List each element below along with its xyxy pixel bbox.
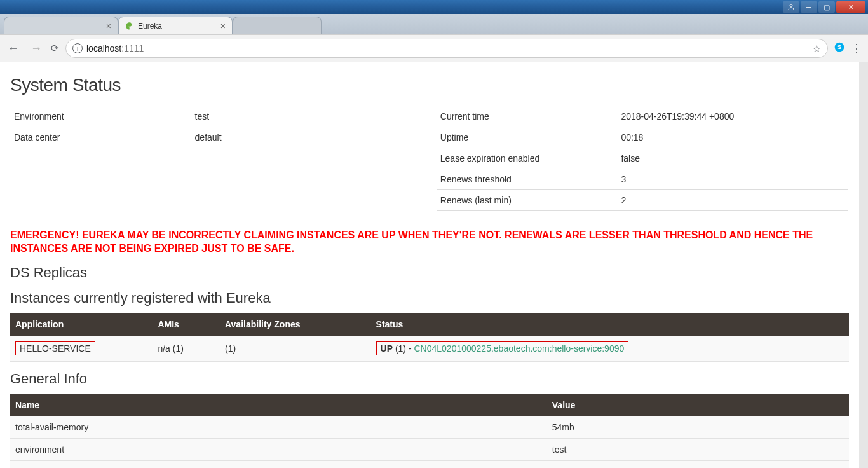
browser-menu-button[interactable]: ⋮: [851, 41, 863, 55]
status-value: 00:18: [617, 127, 847, 148]
status-key: Lease expiration enabled: [437, 148, 618, 169]
col-amis: AMIs: [153, 313, 220, 336]
table-row: num-of-cpus4: [10, 460, 849, 468]
table-row: Uptime00:18: [437, 127, 848, 148]
status-value: false: [617, 148, 847, 169]
status-value: 3: [617, 169, 847, 190]
cell-name: total-avail-memory: [10, 416, 547, 439]
cell-name: num-of-cpus: [10, 460, 547, 468]
instance-link[interactable]: CN04L0201000225.ebaotech.com:hello-servi…: [414, 343, 624, 354]
browser-tab[interactable]: ×: [4, 17, 118, 34]
forward-button[interactable]: →: [28, 42, 44, 55]
status-key: Uptime: [437, 127, 618, 148]
table-row: total-avail-memory54mb: [10, 416, 849, 439]
page-title: System Status: [10, 75, 849, 95]
system-status-left-table: EnvironmenttestData centerdefault: [10, 106, 421, 148]
skype-extension-icon[interactable]: S: [834, 42, 844, 55]
status-key: Current time: [437, 106, 618, 127]
table-row: Renews threshold3: [437, 169, 848, 190]
instances-table: Application AMIs Availability Zones Stat…: [10, 313, 849, 362]
close-icon[interactable]: ×: [106, 21, 111, 31]
table-row: HELLO-SERVICEn/a (1)(1)UP (1) - CN04L020…: [10, 336, 849, 362]
status-value: 2018-04-26T19:39:44 +0800: [617, 106, 847, 127]
cell-status: UP (1) - CN04L0201000225.ebaotech.com:he…: [371, 336, 849, 362]
cell-amis: n/a (1): [153, 336, 220, 362]
status-highlight: UP (1) - CN04L0201000225.ebaotech.com:he…: [376, 341, 629, 355]
col-name: Name: [10, 394, 547, 416]
maximize-button[interactable]: ▢: [818, 1, 835, 13]
cell-application: HELLO-SERVICE: [10, 336, 153, 362]
status-key: Renews threshold: [437, 169, 618, 190]
tab-strip: × Eureka ×: [0, 14, 868, 34]
svg-text:S: S: [837, 44, 841, 50]
col-application: Application: [10, 313, 153, 336]
cell-value: test: [547, 438, 849, 460]
url-path: :1111: [121, 43, 144, 53]
cell-name: environment: [10, 438, 547, 460]
table-row: Environmenttest: [10, 106, 421, 127]
status-value: test: [191, 106, 421, 127]
general-info-heading: General Info: [10, 371, 849, 387]
status-value: default: [191, 127, 421, 148]
bookmark-star-icon[interactable]: ☆: [812, 43, 821, 55]
close-icon[interactable]: ×: [220, 21, 226, 31]
scrollbar-track[interactable]: [859, 62, 868, 468]
table-row: environmenttest: [10, 438, 849, 460]
col-value: Value: [547, 394, 849, 416]
reload-button[interactable]: ⟳: [51, 43, 59, 54]
table-row: Lease expiration enabledfalse: [437, 148, 848, 169]
address-bar[interactable]: i localhost:1111 ☆: [65, 39, 828, 58]
table-row: Current time2018-04-26T19:39:44 +0800: [437, 106, 848, 127]
emergency-warning: EMERGENCY! EUREKA MAY BE INCORRECTLY CLA…: [10, 229, 849, 256]
browser-tab-ghost[interactable]: [233, 17, 322, 34]
status-key: Data center: [10, 127, 191, 148]
status-key: Environment: [10, 106, 191, 127]
cell-value: 4: [547, 460, 849, 468]
status-value: 2: [617, 190, 847, 211]
general-info-table: Name Value total-avail-memory54mbenviron…: [10, 394, 849, 468]
ds-replicas-heading: DS Replicas: [10, 265, 849, 281]
minimize-button[interactable]: ─: [801, 1, 817, 13]
back-button[interactable]: ←: [5, 42, 22, 55]
scrollbar-thumb[interactable]: [859, 62, 868, 164]
table-row: Renews (last min)2: [437, 190, 848, 211]
svg-point-0: [790, 4, 792, 7]
cell-az: (1): [220, 336, 371, 362]
col-availability-zones: Availability Zones: [220, 313, 371, 336]
system-status-right-table: Current time2018-04-26T19:39:44 +0800Upt…: [437, 106, 848, 211]
status-up-label: UP: [381, 343, 393, 354]
col-status: Status: [371, 313, 849, 336]
address-bar-row: ← → ⟳ i localhost:1111 ☆ S ⋮: [0, 34, 868, 62]
spring-leaf-icon: [125, 22, 134, 31]
status-key: Renews (last min): [437, 190, 618, 211]
browser-tab-active[interactable]: Eureka ×: [118, 17, 233, 34]
application-name-highlight: HELLO-SERVICE: [15, 341, 95, 355]
cell-value: 54mb: [547, 416, 849, 439]
user-icon[interactable]: [783, 1, 799, 13]
site-info-icon[interactable]: i: [72, 43, 83, 53]
table-row: Data centerdefault: [10, 127, 421, 148]
url-host: localhost: [86, 43, 121, 53]
close-button[interactable]: ✕: [836, 1, 865, 13]
window-controls: ─ ▢ ✕: [0, 0, 868, 14]
tab-title: Eureka: [138, 22, 162, 31]
instances-heading: Instances currently registered with Eure…: [10, 290, 849, 306]
